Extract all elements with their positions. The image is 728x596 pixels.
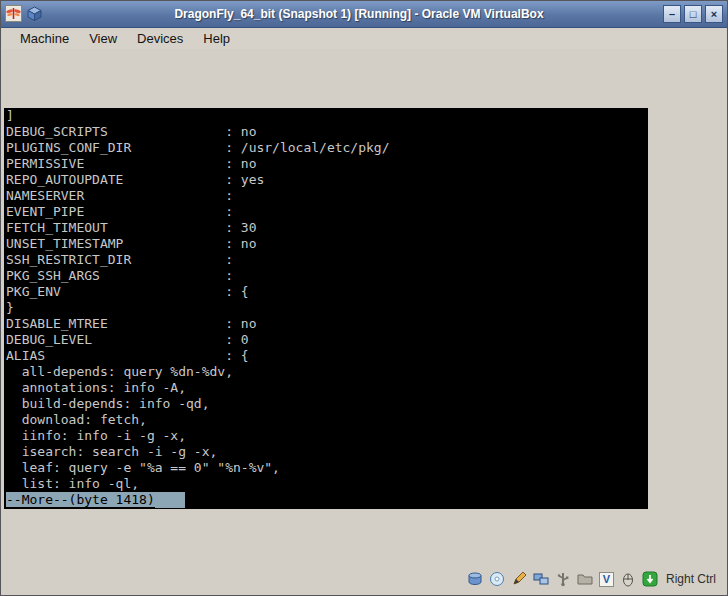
terminal-line: EVENT_PIPE : <box>4 204 648 220</box>
window-title: DragonFly_64_bit (Snapshot 1) [Running] … <box>61 1 657 27</box>
virtualbox-logo-icon[interactable] <box>26 5 43 22</box>
terminal-line: PKG_ENV : { <box>4 284 648 300</box>
window-controls: – □ × <box>663 5 723 23</box>
terminal-line: leaf: query -e "%a == 0" "%n-%v", <box>4 460 648 476</box>
terminal-line: isearch: search -i -g -x, <box>4 444 648 460</box>
usb-status-icon[interactable] <box>555 571 571 587</box>
terminal-line: DEBUG_LEVEL : 0 <box>4 332 648 348</box>
close-button[interactable]: × <box>705 5 723 23</box>
terminal-line: all-depends: query %dn-%dv, <box>4 364 648 380</box>
terminal-line: download: fetch, <box>4 412 648 428</box>
terminal-screen[interactable]: ] DEBUG_SCRIPTS : no PLUGINS_CONF_DIR : … <box>4 108 648 509</box>
terminal-line: UNSET_TIMESTAMP : no <box>4 236 648 252</box>
shared-folders-status-icon[interactable] <box>577 571 593 587</box>
terminal-line: PERMISSIVE : no <box>4 156 648 172</box>
menu-view[interactable]: View <box>79 29 127 48</box>
terminal-cursor <box>155 492 185 508</box>
terminal-line: annotations: info -A, <box>4 380 648 396</box>
minimize-button[interactable]: – <box>663 5 681 23</box>
menu-machine[interactable]: Machine <box>10 29 79 48</box>
hostkey-status-icon[interactable] <box>642 571 658 587</box>
terminal-line: DEBUG_SCRIPTS : no <box>4 124 648 140</box>
terminal-line: NAMESERVER : <box>4 188 648 204</box>
terminal-line: build-depends: info -qd, <box>4 396 648 412</box>
titlebar[interactable]: DragonFly_64_bit (Snapshot 1) [Running] … <box>1 1 727 28</box>
titlebar-icon-group <box>5 5 43 22</box>
terminal-line: iinfo: info -i -g -x, <box>4 428 648 444</box>
terminal-line: ALIAS : { <box>4 348 648 364</box>
vm-os-icon[interactable] <box>5 5 22 22</box>
network-status-icon[interactable] <box>533 571 549 587</box>
terminal-line: PKG_SSH_ARGS : <box>4 268 648 284</box>
terminal-line: SSH_RESTRICT_DIR : <box>4 252 648 268</box>
terminal-line: REPO_AUTOUPDATE : yes <box>4 172 648 188</box>
menu-devices[interactable]: Devices <box>127 29 193 48</box>
terminal-line: PLUGINS_CONF_DIR : /usr/local/etc/pkg/ <box>4 140 648 156</box>
menu-help[interactable]: Help <box>193 29 240 48</box>
terminal-line: } <box>4 300 648 316</box>
harddisk-status-icon[interactable] <box>467 571 483 587</box>
maximize-button[interactable]: □ <box>684 5 702 23</box>
hostkey-label: Right Ctrl <box>666 572 716 586</box>
statusbar: V Right Ctrl <box>2 564 726 594</box>
virtualization-status-icon[interactable]: V <box>599 572 614 587</box>
terminal-line: ] <box>4 108 648 124</box>
floppy-status-icon[interactable] <box>511 571 527 587</box>
terminal-line: DISABLE_MTREE : no <box>4 316 648 332</box>
terminal-line: FETCH_TIMEOUT : 30 <box>4 220 648 236</box>
terminal-line: list: info -ql, <box>4 476 648 492</box>
menubar: Machine View Devices Help <box>2 28 726 49</box>
optical-disc-status-icon[interactable] <box>489 571 505 587</box>
virtualbox-vm-window: DragonFly_64_bit (Snapshot 1) [Running] … <box>0 0 728 596</box>
pager-more-prompt: --More--(byte 1418) <box>6 492 155 507</box>
mouse-status-icon[interactable] <box>620 571 636 587</box>
terminal-more-line: --More--(byte 1418) <box>4 492 648 508</box>
